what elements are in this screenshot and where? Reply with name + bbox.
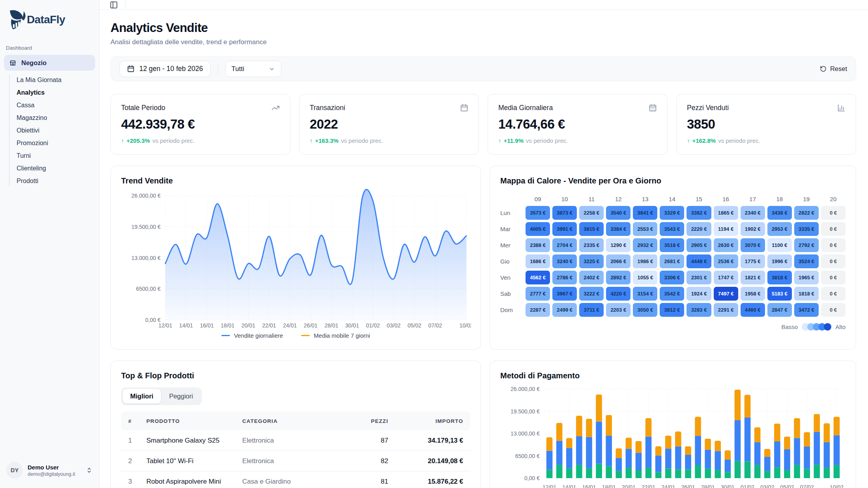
heatmap-cell: 0 € bbox=[821, 222, 846, 236]
heatmap-cell: 2681 € bbox=[660, 254, 684, 268]
heatmap-legend-dot bbox=[824, 323, 831, 331]
date-range-picker[interactable]: 12 gen - 10 feb 2026 bbox=[120, 61, 211, 77]
filter-divider bbox=[218, 63, 218, 75]
table-row: 3Robot Aspirapolvere MiniCasa e Giardino… bbox=[121, 471, 470, 488]
svg-text:10/02: 10/02 bbox=[459, 322, 471, 329]
topbar-divider bbox=[125, 0, 125, 9]
heatmap-cell: 1290 € bbox=[606, 238, 630, 252]
heatmap-cell: 2402 € bbox=[579, 271, 604, 284]
kpi-delta: ↑+11.9%vs periodo prec. bbox=[498, 137, 657, 144]
kpi-card-pezzi-venduti: Pezzi Venduti3850↑+162.8%vs periodo prec… bbox=[676, 94, 856, 155]
sidebar-item-analytics[interactable]: Analytics bbox=[17, 86, 99, 99]
user-menu[interactable]: DY Demo User demo@digitalyoung.it bbox=[0, 462, 99, 479]
heatmap-cell: 1194 € bbox=[714, 222, 738, 236]
heatmap-hour-label: 11 bbox=[579, 194, 604, 204]
heatmap-cell: 3222 € bbox=[579, 287, 604, 301]
heatmap-cell: 3438 € bbox=[767, 206, 792, 220]
cell-rank: 2 bbox=[128, 457, 146, 465]
calendar-days-icon bbox=[649, 104, 657, 112]
heatmap-cell: 1924 € bbox=[687, 287, 711, 301]
heatmap-cell: 3812 € bbox=[660, 303, 684, 317]
heatmap-cell: 3524 € bbox=[794, 254, 819, 268]
kpi-delta-pct: +11.9% bbox=[504, 137, 524, 144]
user-email: demo@digitalyoung.it bbox=[28, 471, 81, 477]
reset-button[interactable]: Reset bbox=[820, 65, 847, 73]
heatmap-hour-label: 13 bbox=[633, 194, 657, 204]
store-icon bbox=[9, 59, 17, 67]
heatmap-cell: 1902 € bbox=[741, 222, 765, 236]
svg-text:05/02: 05/02 bbox=[780, 484, 794, 488]
sidebar-item-prodotti[interactable]: Prodotti bbox=[17, 175, 99, 187]
kpi-label: Totale Periodo bbox=[121, 104, 165, 112]
heatmap-cell: 2905 € bbox=[687, 238, 711, 252]
kpi-grid: Totale Periodo442.939,78 €↑+205.3%vs per… bbox=[110, 94, 856, 155]
svg-text:16/01: 16/01 bbox=[200, 322, 214, 329]
page-subtitle: Analisi dettagliata delle vendite, trend… bbox=[110, 38, 856, 46]
heatmap-cell: 3472 € bbox=[794, 303, 819, 317]
heatmap-hour-label: 15 bbox=[687, 194, 711, 204]
column-header-categoria: CATEGORIA bbox=[242, 418, 341, 424]
heatmap-hour-label: 17 bbox=[741, 194, 765, 204]
arrow-up-icon: ↑ bbox=[310, 137, 313, 144]
kpi-delta-suffix: vs periodo prec. bbox=[152, 137, 195, 144]
heatmap-cell: 2892 € bbox=[606, 271, 630, 284]
tab-peggiori[interactable]: Peggiori bbox=[162, 389, 201, 404]
sidebar-item-obiettivi[interactable]: Obiettivi bbox=[17, 124, 99, 137]
svg-text:14/01: 14/01 bbox=[562, 484, 576, 488]
page-content: Analytics Vendite Analisi dettagliata de… bbox=[99, 10, 868, 488]
filter-bar: 12 gen - 10 feb 2026 Tutti Reset bbox=[110, 56, 856, 81]
column-header-prodotto: PRODOTTO bbox=[146, 418, 242, 424]
butterfly-logo-icon bbox=[6, 8, 29, 32]
category-select-value: Tutti bbox=[232, 65, 244, 73]
arrow-up-icon: ↑ bbox=[687, 137, 690, 144]
heatmap-cell: 2203 € bbox=[606, 303, 630, 317]
sidebar-item-la-mia-giornata[interactable]: La Mia Giornata bbox=[17, 74, 99, 86]
sidebar-item-clienteling[interactable]: Clienteling bbox=[17, 162, 99, 175]
heatmap-cell: 3543 € bbox=[660, 222, 684, 236]
svg-text:18/01: 18/01 bbox=[221, 322, 234, 329]
heatmap-cell: 4562 € bbox=[526, 271, 550, 284]
svg-text:26.000,00 €: 26.000,00 € bbox=[131, 193, 161, 199]
svg-text:03/02: 03/02 bbox=[760, 484, 774, 488]
heatmap-cell: 4005 € bbox=[526, 222, 550, 236]
user-name: Demo User bbox=[28, 464, 81, 471]
cell-category: Casa e Giardino bbox=[242, 478, 341, 486]
tab-migliori[interactable]: Migliori bbox=[123, 389, 161, 404]
heatmap-cell: 3240 € bbox=[552, 254, 577, 268]
heatmap-cell: 1965 € bbox=[794, 271, 819, 284]
sidebar-item-turni[interactable]: Turni bbox=[17, 150, 99, 162]
svg-text:6500,00 €: 6500,00 € bbox=[136, 286, 161, 292]
svg-text:26/01: 26/01 bbox=[304, 322, 318, 329]
legend-item-vendite-giornaliere: Vendite giornaliere bbox=[221, 332, 283, 339]
heatmap-cell: 2388 € bbox=[526, 238, 550, 252]
sidebar-item-promozioni[interactable]: Promozioni bbox=[17, 137, 99, 150]
heatmap-day-label: Mer bbox=[500, 242, 523, 249]
sidebar-toggle-button[interactable] bbox=[110, 1, 118, 9]
heatmap-cell: 2291 € bbox=[714, 303, 738, 317]
sidebar-item-cassa[interactable]: Cassa bbox=[17, 99, 99, 112]
svg-text:12/01: 12/01 bbox=[542, 484, 556, 488]
svg-text:24/01: 24/01 bbox=[661, 484, 675, 488]
svg-text:13.000,00 €: 13.000,00 € bbox=[511, 430, 540, 437]
heatmap-cell: 3540 € bbox=[606, 206, 630, 220]
svg-text:28/01: 28/01 bbox=[324, 322, 338, 329]
heatmap-cell: 2258 € bbox=[579, 206, 604, 220]
top-flop-card: Top & Flop Prodotti MiglioriPeggiori #PR… bbox=[110, 361, 481, 488]
topbar bbox=[99, 0, 868, 10]
heatmap-hour-label: 12 bbox=[606, 194, 630, 204]
heatmap-hour-label: 18 bbox=[767, 194, 792, 204]
category-select[interactable]: Tutti bbox=[225, 61, 281, 77]
kpi-value: 14.764,66 € bbox=[498, 117, 657, 132]
heatmap-grid: 091011121314151617181920Lun3573 €3873 €2… bbox=[500, 194, 846, 317]
svg-text:18/01: 18/01 bbox=[602, 484, 616, 488]
heatmap-title: Mappa di Calore - Vendite per Ora e Gior… bbox=[500, 176, 846, 185]
calendar-icon bbox=[127, 65, 135, 73]
svg-text:20/01: 20/01 bbox=[241, 322, 255, 329]
sidebar-item-magazzino[interactable]: Magazzino bbox=[17, 112, 99, 124]
chevron-down-icon bbox=[269, 66, 275, 72]
heatmap-cell: 3329 € bbox=[660, 206, 684, 220]
svg-text:14/01: 14/01 bbox=[179, 322, 193, 329]
svg-text:10/02: 10/02 bbox=[830, 484, 844, 488]
heatmap-cell: 3711 € bbox=[579, 303, 604, 317]
sidebar-item-negozio[interactable]: Negozio bbox=[4, 55, 95, 71]
